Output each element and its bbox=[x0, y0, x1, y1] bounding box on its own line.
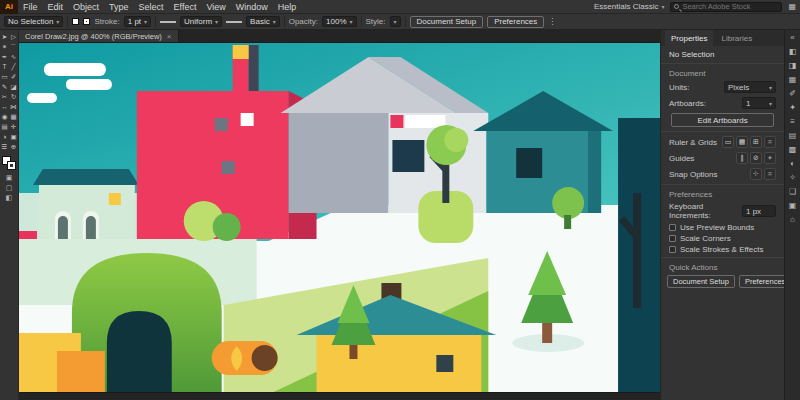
app-logo[interactable]: Ai bbox=[0, 0, 18, 14]
gradient-tool[interactable]: ▤ bbox=[0, 122, 9, 132]
paintbrush-tool[interactable]: ✐ bbox=[9, 72, 18, 82]
draw-normal-icon[interactable]: ▣ bbox=[6, 174, 13, 182]
style-dropdown[interactable]: ▾ bbox=[390, 16, 401, 27]
draw-behind-icon[interactable]: ▢ bbox=[6, 184, 13, 192]
scale-strokes-effects-checkbox[interactable] bbox=[669, 246, 676, 253]
brush-dropdown[interactable]: Basic ▾ bbox=[246, 16, 280, 27]
show-guides-icon[interactable]: ∥ bbox=[736, 152, 748, 164]
menu-select[interactable]: Select bbox=[134, 0, 169, 13]
line-segment-tool[interactable]: ╱ bbox=[9, 62, 18, 72]
menu-help[interactable]: Help bbox=[273, 0, 302, 13]
search-icon bbox=[674, 4, 679, 9]
swatches-icon[interactable]: ▦ bbox=[787, 74, 799, 85]
quick-action-document-setup[interactable]: Document Setup bbox=[667, 275, 735, 288]
hand-tool[interactable]: ☰ bbox=[0, 142, 9, 152]
units-dropdown[interactable]: Pixels ▾ bbox=[724, 81, 776, 93]
menu-type[interactable]: Type bbox=[104, 0, 134, 13]
pixel-grid-icon[interactable]: ⌗ bbox=[764, 136, 776, 148]
gradient-panel-icon[interactable]: ▤ bbox=[787, 130, 799, 141]
scale-corners-checkbox[interactable] bbox=[669, 235, 676, 242]
menu-effect[interactable]: Effect bbox=[169, 0, 202, 13]
pen-tool[interactable]: ✒ bbox=[0, 52, 9, 62]
workspace-switcher[interactable]: Essentials Classic ▾ bbox=[594, 2, 664, 11]
log[interactable] bbox=[212, 341, 278, 375]
width-tool[interactable]: ⋈ bbox=[9, 102, 18, 112]
curvature-tool[interactable]: ∿ bbox=[9, 52, 18, 62]
color-guide-icon[interactable]: ◨ bbox=[787, 60, 799, 71]
toolbar: ➤ ▷ ✶ ⌒ ✒ ∿ T ╱ ▭ ✐ bbox=[0, 30, 19, 400]
keyboard-increments-input[interactable]: 1 px bbox=[742, 205, 776, 217]
rectangle-tool[interactable]: ▭ bbox=[0, 72, 9, 82]
graphic-styles-icon[interactable]: ✧ bbox=[787, 172, 799, 183]
canvas[interactable] bbox=[19, 43, 660, 392]
magic-wand-tool[interactable]: ✶ bbox=[0, 42, 9, 52]
artwork[interactable] bbox=[19, 43, 660, 392]
tab-properties[interactable]: Properties bbox=[665, 30, 713, 46]
snap-grid-icon[interactable]: ⊞ bbox=[750, 136, 762, 148]
workspace-grid-icon[interactable]: ▦ bbox=[788, 2, 796, 11]
blend-tool[interactable]: ◑ bbox=[0, 132, 9, 142]
show-grid-icon[interactable]: ▦ bbox=[736, 136, 748, 148]
stroke-weight-value: 1 pt bbox=[128, 17, 141, 26]
menu-object[interactable]: Object bbox=[68, 0, 104, 13]
dark-building[interactable] bbox=[618, 118, 660, 392]
stroke-label: Stroke: bbox=[94, 17, 119, 26]
mesh-tool[interactable]: ▦ bbox=[9, 112, 18, 122]
quick-action-preferences[interactable]: Preferences bbox=[739, 275, 784, 288]
close-icon[interactable]: × bbox=[167, 32, 172, 41]
stroke-swatch[interactable] bbox=[7, 161, 16, 170]
appearance-icon[interactable]: ◐ bbox=[787, 158, 799, 169]
fill-color-icon[interactable] bbox=[72, 18, 79, 25]
artboards-icon[interactable]: ▣ bbox=[787, 200, 799, 211]
shape-builder-tool[interactable]: ◉ bbox=[0, 112, 9, 122]
edit-artboards-button[interactable]: Edit Artboards bbox=[671, 113, 774, 127]
pencil-tool[interactable]: ✎ bbox=[0, 82, 9, 92]
menu-edit[interactable]: Edit bbox=[43, 0, 69, 13]
stock-search[interactable] bbox=[670, 2, 782, 12]
stroke-panel-icon[interactable]: ≡ bbox=[787, 116, 799, 127]
menu-window[interactable]: Window bbox=[231, 0, 273, 13]
search-input[interactable] bbox=[682, 2, 778, 11]
artboards-dropdown[interactable]: 1 ▾ bbox=[742, 97, 776, 109]
use-preview-bounds-checkbox[interactable] bbox=[669, 224, 676, 231]
document-tab[interactable]: Corel Draw2.jpg @ 400% (RGB/Preview) × bbox=[19, 30, 179, 42]
eyedropper-tool[interactable]: ✛ bbox=[9, 122, 18, 132]
brushes-icon[interactable]: ✐ bbox=[787, 88, 799, 99]
smart-guides-icon[interactable]: ⌖ bbox=[764, 152, 776, 164]
zoom-tool[interactable]: ⊕ bbox=[9, 142, 18, 152]
stroke-color-icon[interactable] bbox=[83, 18, 90, 25]
document-setup-button[interactable]: Document Setup bbox=[410, 16, 484, 28]
layers-icon[interactable]: ❏ bbox=[787, 186, 799, 197]
menu-view[interactable]: View bbox=[201, 0, 230, 13]
selection-tool[interactable]: ➤ bbox=[0, 32, 9, 42]
scale-tool[interactable]: ↔ bbox=[0, 102, 9, 112]
variable-width-value: Uniform bbox=[184, 17, 212, 26]
ruler-grids-label: Ruler & Grids bbox=[669, 138, 717, 147]
libraries-panel-icon[interactable]: ⌂ bbox=[787, 214, 799, 225]
fill-stroke-control[interactable] bbox=[2, 156, 16, 170]
direct-selection-tool[interactable]: ▷ bbox=[9, 32, 18, 42]
scissors-tool[interactable]: ✂ bbox=[0, 92, 9, 102]
tab-libraries[interactable]: Libraries bbox=[715, 30, 758, 46]
lock-guides-icon[interactable]: ⊘ bbox=[750, 152, 762, 164]
show-rulers-icon[interactable]: ▭ bbox=[722, 136, 734, 148]
screen-mode-icon[interactable]: ◧ bbox=[6, 194, 13, 202]
snap-to-point-icon[interactable]: ⊹ bbox=[750, 168, 762, 180]
opacity-dropdown[interactable]: 100% ▾ bbox=[322, 16, 356, 27]
more-options-icon[interactable]: ⋮ bbox=[548, 17, 556, 26]
variable-width-dropdown[interactable]: Uniform ▾ bbox=[180, 16, 222, 27]
artboard-tool[interactable]: ▣ bbox=[9, 132, 18, 142]
menu-file[interactable]: File bbox=[18, 0, 43, 13]
symbols-icon[interactable]: ✦ bbox=[787, 102, 799, 113]
collapse-panels-icon[interactable]: « bbox=[787, 32, 799, 43]
eraser-tool[interactable]: ◪ bbox=[9, 82, 18, 92]
color-panel-icon[interactable]: ◧ bbox=[787, 46, 799, 57]
stroke-weight-dropdown[interactable]: 1 pt ▾ bbox=[124, 16, 151, 27]
transparency-icon[interactable]: ▩ bbox=[787, 144, 799, 155]
lasso-tool[interactable]: ⌒ bbox=[9, 42, 18, 52]
snap-to-pixel-icon[interactable]: ⌗ bbox=[764, 168, 776, 180]
selection-dropdown[interactable]: No Selection ▾ bbox=[4, 16, 63, 27]
preferences-button[interactable]: Preferences bbox=[487, 16, 544, 28]
rotate-tool[interactable]: ↻ bbox=[9, 92, 18, 102]
type-tool[interactable]: T bbox=[0, 62, 9, 72]
